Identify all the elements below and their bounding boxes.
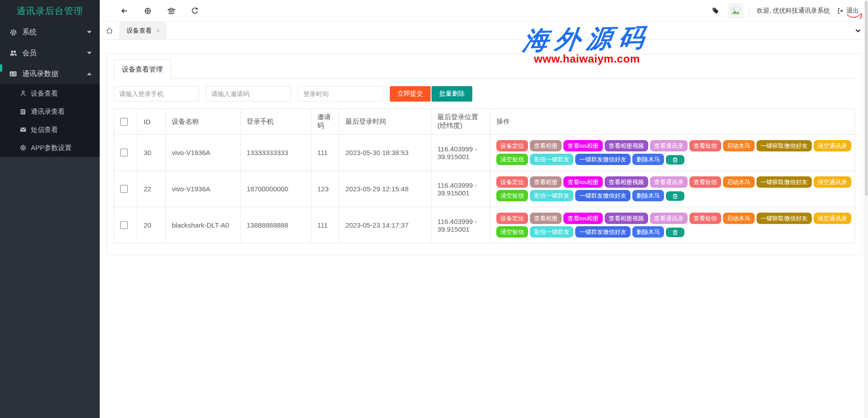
select-all-checkbox[interactable]: [120, 118, 128, 126]
refresh-icon[interactable]: [183, 0, 207, 22]
sidebar-item-contacts-view[interactable]: 通讯录查看: [0, 102, 100, 121]
close-icon[interactable]: ×: [156, 27, 160, 34]
batch-delete-button[interactable]: 批量删除: [432, 86, 472, 102]
row-checkbox[interactable]: [120, 185, 128, 193]
action-button-r2-3[interactable]: 删除木马: [632, 226, 664, 238]
action-button-r1-0[interactable]: 设备定位: [496, 140, 528, 151]
action-button-r1-1[interactable]: 查看相册: [530, 176, 562, 188]
red-annotation-mark: [846, 13, 863, 20]
action-button-r1-4[interactable]: 查看通讯录: [650, 176, 688, 188]
action-button-r1-8[interactable]: 清空通讯录: [814, 176, 851, 188]
submit-button[interactable]: 立即提交: [390, 86, 431, 102]
trash-icon-button[interactable]: [666, 228, 684, 237]
sidebar-item-member[interactable]: 会员: [0, 43, 100, 63]
chevron-down-icon: [87, 31, 92, 34]
action-button-r1-0[interactable]: 设备定位: [496, 176, 528, 188]
avatar[interactable]: [729, 4, 742, 18]
sidebar-item-label: 会员: [22, 49, 87, 58]
action-button-r1-6[interactable]: 启动木马: [723, 213, 755, 224]
action-button-r2-1[interactable]: 彩信一键群发: [530, 226, 573, 238]
action-button-r1-8[interactable]: 清空通讯录: [814, 140, 851, 151]
action-button-r1-3[interactable]: 查看相册视频: [605, 213, 648, 224]
action-button-r1-6[interactable]: 启动木马: [723, 140, 755, 151]
trash-icon-button[interactable]: [666, 191, 684, 201]
row-checkbox[interactable]: [120, 149, 128, 156]
filter-bar: 立即提交 批量删除: [114, 86, 855, 102]
table-row: 30 vivo-V1936A 13333333333 111 2023-05-3…: [114, 135, 855, 171]
action-button-r1-7[interactable]: 一键获取微信好友: [756, 140, 812, 151]
cell-invite-code: 111: [311, 135, 339, 171]
action-button-r1-3[interactable]: 查看相册视频: [605, 140, 648, 151]
action-button-r1-5[interactable]: 查看短信: [689, 176, 721, 188]
mail-icon: [19, 126, 27, 134]
login-phone-input[interactable]: [114, 86, 199, 102]
cell-id: 22: [138, 171, 166, 207]
app-title: 通讯录后台管理: [0, 0, 100, 22]
sidebar-item-label: 通讯录查看: [31, 107, 65, 116]
action-button-r1-5[interactable]: 查看短信: [689, 213, 721, 224]
scrollbar-track[interactable]: [864, 0, 868, 418]
sidebar-item-sms-view[interactable]: 短信查看: [0, 121, 100, 139]
action-button-r2-3[interactable]: 删除木马: [632, 190, 664, 201]
action-button-r2-0[interactable]: 清空短信: [496, 190, 528, 201]
action-button-r1-2[interactable]: 查看ios相册: [563, 176, 603, 188]
bank-icon[interactable]: [160, 0, 183, 22]
action-button-r1-1[interactable]: 查看相册: [530, 140, 562, 151]
action-button-r1-0[interactable]: 设备定位: [496, 213, 528, 224]
tabbar: 设备查看 ×: [100, 22, 868, 40]
sidebar-item-system[interactable]: 系统: [0, 22, 100, 43]
action-button-r1-2[interactable]: 查看ios相册: [563, 213, 603, 224]
home-tab[interactable]: [100, 22, 120, 39]
device-view-card: 设备查看管理 立即提交 批量删除: [107, 53, 863, 255]
action-button-r1-2[interactable]: 查看ios相册: [563, 140, 603, 151]
action-button-r1-5[interactable]: 查看短信: [689, 140, 721, 151]
row-checkbox[interactable]: [120, 221, 128, 229]
login-time-input[interactable]: [298, 86, 383, 102]
action-button-r2-3[interactable]: 删除木马: [632, 154, 664, 165]
sidebar-item-device-view[interactable]: 设备查看: [0, 84, 100, 102]
target-icon[interactable]: [136, 0, 160, 22]
action-button-r2-2[interactable]: 一键群发微信好友: [575, 154, 630, 165]
action-button-r1-6[interactable]: 启动木马: [723, 176, 755, 188]
action-button-r1-7[interactable]: 一键获取微信好友: [756, 213, 812, 224]
sidebar-empty-area: [0, 157, 100, 418]
contacts-icon: [9, 70, 17, 78]
action-button-r2-0[interactable]: 清空短信: [496, 154, 528, 165]
action-button-r2-2[interactable]: 一键群发微信好友: [575, 190, 630, 201]
tag-icon[interactable]: [708, 0, 722, 22]
trash-icon-button[interactable]: [666, 155, 684, 165]
cell-location: 116.403999 - 39.915001: [432, 207, 490, 243]
scrollbar-thumb[interactable]: [865, 1, 868, 196]
cell-id: 20: [138, 207, 166, 243]
cell-last-login-time: 2023-05-29 12:15:48: [339, 171, 432, 207]
col-actions: 操作: [490, 109, 855, 135]
col-invite-code: 邀请码: [311, 109, 339, 135]
card-tabstrip: 设备查看管理: [114, 59, 855, 79]
sidebar-item-contacts-data[interactable]: 通讯录数据: [0, 63, 100, 84]
tab-device-view[interactable]: 设备查看 ×: [120, 22, 167, 39]
topbar: 欢迎, 优优科技通讯录系统 退出: [100, 0, 868, 22]
action-button-r2-1[interactable]: 彩信一键群发: [530, 154, 573, 165]
cell-device-name: vivo-V1936A: [166, 171, 241, 207]
tab-device-view-management[interactable]: 设备查看管理: [114, 59, 171, 79]
cell-actions: 设备定位查看相册查看ios相册查看相册视频查看通讯录查看短信启动木马一键获取微信…: [490, 171, 855, 207]
action-button-r1-3[interactable]: 查看相册视频: [605, 176, 648, 188]
action-button-r1-1[interactable]: 查看相册: [530, 213, 562, 224]
action-button-r1-4[interactable]: 查看通讯录: [650, 213, 688, 224]
logout-button[interactable]: 退出: [837, 7, 859, 15]
app-root: 通讯录后台管理 系统 会员 通讯录数据: [0, 0, 868, 418]
invite-code-input[interactable]: [206, 86, 291, 102]
action-button-r1-8[interactable]: 清空通讯录: [814, 213, 851, 224]
action-button-r1-7[interactable]: 一键获取微信好友: [756, 176, 812, 188]
action-button-r1-4[interactable]: 查看通讯录: [650, 140, 688, 151]
sidebar-item-label: 通讯录数据: [22, 69, 87, 79]
action-button-r2-1[interactable]: 彩信一键群发: [530, 190, 573, 201]
cell-last-login-time: 2023-05-23 14:17:37: [339, 207, 432, 243]
sidebar-item-app-settings[interactable]: APP参数设置: [0, 139, 100, 157]
content-area: 设备查看管理 立即提交 批量删除: [100, 40, 868, 418]
cell-device-name: blackshark-DLT-A0: [166, 207, 241, 243]
cell-login-phone: 13333333333: [241, 135, 311, 171]
action-button-r2-2[interactable]: 一键群发微信好友: [575, 226, 630, 238]
action-button-r2-0[interactable]: 清空短信: [496, 226, 528, 238]
back-icon[interactable]: [112, 0, 136, 22]
